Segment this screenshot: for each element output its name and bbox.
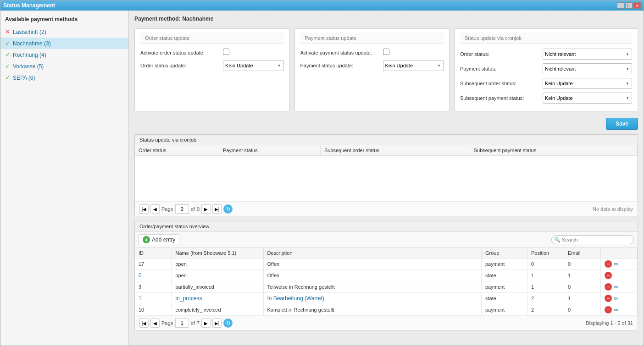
col-id: ID (135, 248, 172, 258)
last-page-button[interactable]: ▶| (212, 204, 222, 214)
maximize-button[interactable]: □ (625, 2, 633, 9)
grid-toolbar: + Add entry 🔍 (135, 232, 638, 248)
action-cell: − ✏ (605, 260, 633, 268)
first-page-button[interactable]: |◀ (139, 319, 149, 328)
sidebar-item-rechnung[interactable]: ✓ Rechnung (4) (0, 49, 128, 60)
delete-button[interactable]: − (605, 272, 612, 279)
col-actions (601, 248, 638, 258)
save-button[interactable]: Save (606, 118, 638, 130)
cell-group: payment (482, 304, 527, 316)
close-button[interactable]: ✕ (633, 2, 641, 9)
action-cell: − ✏ (605, 306, 633, 313)
subsequent-order-control: Kein Update (543, 78, 632, 89)
edit-button[interactable]: ✏ (614, 307, 619, 313)
check-icon: ✓ (5, 51, 10, 58)
search-input[interactable] (551, 235, 634, 244)
cell-email: 1 (564, 270, 601, 281)
order-payment-grid-footer: |◀ ◀ Page of 7 ▶ ▶| ↻ Displaying 1 - 5 o… (135, 316, 638, 330)
main-content: Payment method: Nachnahme Order status u… (129, 11, 644, 346)
table-row: 17 open Offen payment 0 0 − ✏ (135, 258, 638, 270)
last-page-button[interactable]: ▶| (212, 319, 222, 328)
delete-button[interactable]: − (605, 283, 612, 291)
payment-status-update-row: Payment status update: Kein Update (300, 60, 444, 71)
activate-payment-status-checkbox[interactable] (383, 49, 389, 55)
sidebar-item-label: Vorkasse (5) (13, 63, 44, 70)
action-cell: − ✏ (605, 295, 633, 302)
title-bar: Status Management _ □ ✕ (0, 0, 644, 11)
cronjob-grid-body (135, 156, 638, 202)
table-row: 10 completely_invoiced Komplett in Rechn… (135, 304, 638, 316)
cronjob-grid-title: Status update via cronjob (135, 135, 638, 145)
order-status-update-control: Kein Update (223, 60, 284, 71)
delete-button[interactable]: − (605, 295, 612, 302)
error-icon: ✕ (5, 28, 10, 35)
page-input[interactable]: 0 (175, 204, 189, 214)
col-position: Position (527, 248, 564, 258)
subsequent-order-row: Subsequent order status: Kein Update (460, 78, 632, 89)
cell-id: 10 (135, 304, 172, 316)
sidebar-header: Available payment methods (0, 14, 128, 26)
sidebar-item-lastschrift[interactable]: ✕ Lastschrift (2) (0, 26, 128, 38)
save-btn-row: Save (134, 118, 638, 130)
search-icon: 🔍 (554, 237, 561, 243)
prev-page-button[interactable]: ◀ (150, 204, 160, 214)
order-status-row: Order status: Nicht relevant (460, 49, 632, 60)
sidebar: Available payment methods ✕ Lastschrift … (0, 11, 129, 346)
edit-button[interactable]: ✏ (614, 261, 619, 268)
activate-payment-status-label: Activate payment status update: (300, 50, 383, 55)
next-page-button[interactable]: ▶ (201, 319, 211, 328)
cell-id: 0 (135, 270, 172, 281)
cell-email: 1 (564, 293, 601, 304)
subsequent-payment-select[interactable]: Kein Update (543, 93, 632, 104)
refresh-button[interactable]: ↻ (223, 319, 233, 328)
add-entry-button[interactable]: + Add entry (139, 234, 179, 245)
sidebar-item-label: Lastschrift (2) (13, 29, 46, 35)
sidebar-item-label: Rechnung (4) (13, 52, 46, 58)
cell-name: open (172, 270, 263, 281)
payment-status-row: Payment status: Nicht relevant (460, 63, 632, 74)
subsequent-payment-row: Subsequent payment status: Kein Update (460, 93, 632, 104)
cell-id: 1 (135, 293, 172, 304)
cell-actions: − ✏ (601, 281, 638, 293)
order-status-panel-title: Order status update (140, 33, 284, 44)
title-bar-buttons: _ □ ✕ (617, 2, 641, 9)
payment-status-update-label: Payment status update: (300, 63, 383, 68)
cell-actions: − ✏ (601, 293, 638, 304)
order-status-control: Nicht relevant (543, 49, 632, 60)
refresh-button[interactable]: ↻ (223, 204, 233, 214)
activate-order-status-checkbox[interactable] (223, 49, 229, 55)
add-icon: + (143, 236, 150, 243)
page-label: Page (161, 206, 173, 212)
first-page-button[interactable]: |◀ (139, 204, 149, 214)
col-payment-status: Payment status (219, 145, 320, 156)
prev-page-button[interactable]: ◀ (150, 319, 160, 328)
order-status-update-row: Order status update: Kein Update (140, 60, 284, 71)
sidebar-item-nachnahme[interactable]: ✓ Nachnahme (3) (0, 38, 128, 49)
sidebar-item-vorkasse[interactable]: ✓ Vorkasse (5) (0, 60, 128, 72)
page-input[interactable] (175, 319, 189, 328)
order-status-update-select[interactable]: Kein Update (223, 60, 284, 71)
no-data-text: No data to display (593, 206, 633, 212)
check-icon: ✓ (5, 74, 10, 81)
edit-button[interactable]: ✏ (614, 284, 619, 291)
subsequent-order-select[interactable]: Kein Update (543, 78, 632, 89)
cell-actions: − (601, 270, 638, 281)
delete-button[interactable]: − (605, 260, 612, 268)
total-pages: 0 (197, 206, 200, 212)
next-page-button[interactable]: ▶ (201, 204, 211, 214)
payment-status-select[interactable]: Nicht relevant (543, 63, 632, 74)
order-payment-grid: Order/payment status overview + Add entr… (134, 221, 638, 330)
sidebar-item-sepa[interactable]: ✓ SEPA (6) (0, 72, 128, 83)
total-pages: 7 (197, 320, 200, 326)
activate-payment-status-control (383, 49, 444, 56)
subsequent-order-label: Subsequent order status: (460, 81, 543, 86)
displaying-text: Displaying 1 - 5 of 31 (586, 320, 633, 326)
minimize-button[interactable]: _ (617, 2, 624, 9)
sidebar-item-label: SEPA (6) (13, 75, 35, 81)
cell-desc: In Bearbeitung (Wartet) (263, 293, 482, 304)
edit-button[interactable]: ✏ (614, 295, 619, 302)
payment-status-update-select[interactable]: Kein Update (383, 60, 444, 71)
order-status-select[interactable]: Nicht relevant (543, 49, 632, 60)
cell-name: open (172, 258, 263, 270)
delete-button[interactable]: − (605, 306, 612, 313)
